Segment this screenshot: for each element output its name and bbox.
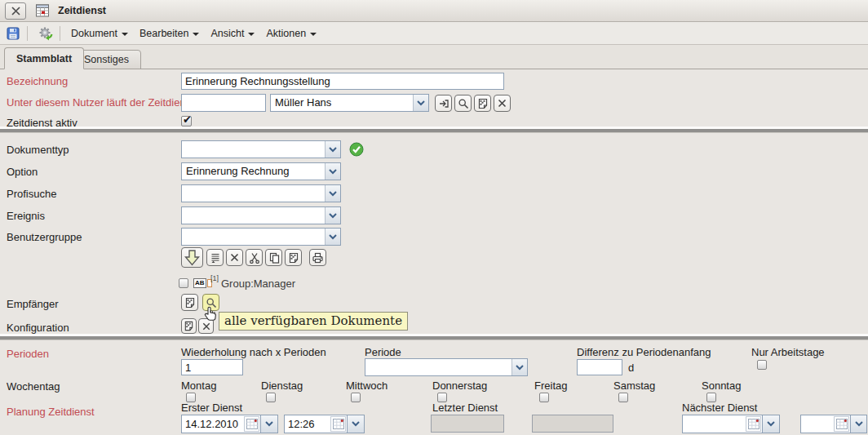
erster-datum-dropdown-button[interactable] xyxy=(261,415,278,433)
open-record-button[interactable] xyxy=(435,95,452,112)
erster-zeit-value: 12:26 xyxy=(285,418,330,430)
calendar-picker-icon[interactable] xyxy=(244,416,259,432)
save-button[interactable] xyxy=(4,24,22,42)
konfiguration-paste-button[interactable] xyxy=(181,318,197,334)
close-button[interactable] xyxy=(5,2,26,20)
empfaenger-label: Empfänger xyxy=(7,298,59,310)
close-icon xyxy=(11,6,21,16)
benutzergruppe-select[interactable] xyxy=(181,228,341,246)
stammblatt-form: Bezeichnung Unter diesem Nutzer läuft de… xyxy=(0,69,868,435)
group-entry-checkbox[interactable] xyxy=(179,278,188,288)
erster-zeit-dropdown-button[interactable] xyxy=(348,415,365,433)
donnerstag-label: Donnerstag xyxy=(432,380,487,392)
nutzer-clear-button[interactable] xyxy=(494,95,511,112)
chevron-down-icon xyxy=(248,33,255,36)
tab-stammblatt[interactable]: Stammblatt xyxy=(4,47,84,69)
add-selection-button[interactable] xyxy=(181,247,203,268)
chevron-down-icon[interactable] xyxy=(413,95,428,111)
bezeichnung-label: Bezeichnung xyxy=(7,75,68,87)
big-down-arrow-icon xyxy=(184,250,200,266)
paste-icon xyxy=(288,252,299,264)
chevron-down-icon[interactable] xyxy=(512,359,527,375)
group-superscript: [1] xyxy=(210,274,219,282)
menu-dokument-label: Dokument xyxy=(71,28,117,39)
delete-entry-button[interactable] xyxy=(226,249,243,266)
nutzer-search-button[interactable] xyxy=(454,95,472,112)
menu-bearbeiten-label: Bearbeiten xyxy=(140,28,188,39)
mittwoch-checkbox[interactable] xyxy=(351,393,361,402)
calendar-picker-icon[interactable] xyxy=(330,416,346,432)
tab-bar: Stammblatt Sonstiges xyxy=(0,45,868,69)
toolbar-separator xyxy=(27,26,28,41)
periode-label: Periode xyxy=(365,346,401,358)
chevron-down-icon xyxy=(265,421,273,427)
differenz-input[interactable] xyxy=(577,359,622,375)
ok-status-icon xyxy=(349,142,364,160)
chevron-down-icon[interactable] xyxy=(325,163,340,180)
periode-select[interactable] xyxy=(365,358,528,376)
chevron-down-icon xyxy=(122,33,128,36)
sonntag-label: Sonntag xyxy=(702,380,741,392)
menu-bearbeiten[interactable]: Bearbeiten xyxy=(134,25,205,42)
chevron-down-icon xyxy=(855,421,863,427)
chevron-down-icon[interactable] xyxy=(325,229,340,245)
bezeichnung-input[interactable] xyxy=(181,73,504,90)
select-all-button[interactable] xyxy=(206,249,224,266)
chevron-down-icon[interactable] xyxy=(325,141,340,158)
menu-aktionen[interactable]: Aktionen xyxy=(260,25,322,42)
chevron-down-icon xyxy=(193,33,199,36)
differenz-unit: d xyxy=(628,362,634,374)
naechster-zeit-dropdown-button[interactable] xyxy=(851,415,867,433)
menu-ansicht[interactable]: Ansicht xyxy=(205,25,260,42)
calendar-picker-icon[interactable] xyxy=(834,416,849,432)
erster-zeit-field[interactable]: 12:26 xyxy=(284,415,348,433)
benutzergruppe-select-value xyxy=(182,229,325,245)
chevron-down-icon[interactable] xyxy=(325,185,340,202)
dokumenttyp-select[interactable] xyxy=(181,140,341,158)
calendar-picker-icon[interactable] xyxy=(746,416,761,432)
nutzer-paste-button[interactable] xyxy=(474,95,491,112)
freitag-checkbox[interactable] xyxy=(539,393,549,402)
print-button[interactable] xyxy=(309,249,326,266)
letzter-dienst-label: Letzter Dienst xyxy=(432,402,498,414)
menu-dokument[interactable]: Dokument xyxy=(65,25,134,42)
montag-label: Montag xyxy=(181,380,216,392)
mittwoch-label: Mittwoch xyxy=(346,380,388,392)
wiederholung-input[interactable] xyxy=(181,359,243,375)
letzter-zeit-field-disabled xyxy=(532,415,613,433)
option-select[interactable]: Erinnerung Rechnung xyxy=(181,162,341,180)
empfaenger-paste-button[interactable] xyxy=(181,294,198,311)
naechster-zeit-field[interactable] xyxy=(800,415,851,433)
chevron-down-icon[interactable] xyxy=(325,207,340,224)
paste-icon xyxy=(477,98,489,109)
copy-button[interactable] xyxy=(265,249,282,266)
tooltip: alle verfügbaren Dokumente xyxy=(219,312,408,331)
nutzer-code-input[interactable] xyxy=(181,94,266,112)
naechster-dienst-label: Nächster Dienst xyxy=(682,402,757,414)
konfiguration-label: Konfiguration xyxy=(7,322,69,334)
arbeitstage-label: Nur Arbeitstage xyxy=(751,346,825,358)
dienstag-label: Dienstag xyxy=(261,380,303,392)
samstag-checkbox[interactable] xyxy=(618,393,628,402)
paste-icon xyxy=(184,321,194,331)
nutzer-select[interactable]: Müller Hans xyxy=(270,94,429,112)
search-icon xyxy=(458,98,469,109)
benutzergruppe-label: Benutzergruppe xyxy=(7,231,82,243)
samstag-label: Samstag xyxy=(613,380,655,392)
erster-dienst-label: Erster Dienst xyxy=(181,402,242,414)
scissors-icon xyxy=(249,252,260,264)
dienstag-checkbox[interactable] xyxy=(266,393,276,402)
arbeitstage-checkbox[interactable] xyxy=(757,360,767,370)
zeitdienst-aktiv-checkbox[interactable] xyxy=(181,116,192,127)
naechster-datum-dropdown-button[interactable] xyxy=(763,415,780,433)
paste-button[interactable] xyxy=(285,249,302,266)
erster-datum-field[interactable]: 14.12.2010 xyxy=(181,415,261,433)
profisuche-select[interactable] xyxy=(181,184,341,202)
copy-icon xyxy=(268,252,280,264)
naechster-datum-field[interactable] xyxy=(682,415,763,433)
ereignis-select[interactable] xyxy=(181,206,341,224)
zeitdienst-window: Zeitdienst xyxy=(0,0,868,435)
cut-button[interactable] xyxy=(246,249,263,266)
process-button[interactable] xyxy=(37,24,55,42)
paste-icon xyxy=(184,297,196,308)
